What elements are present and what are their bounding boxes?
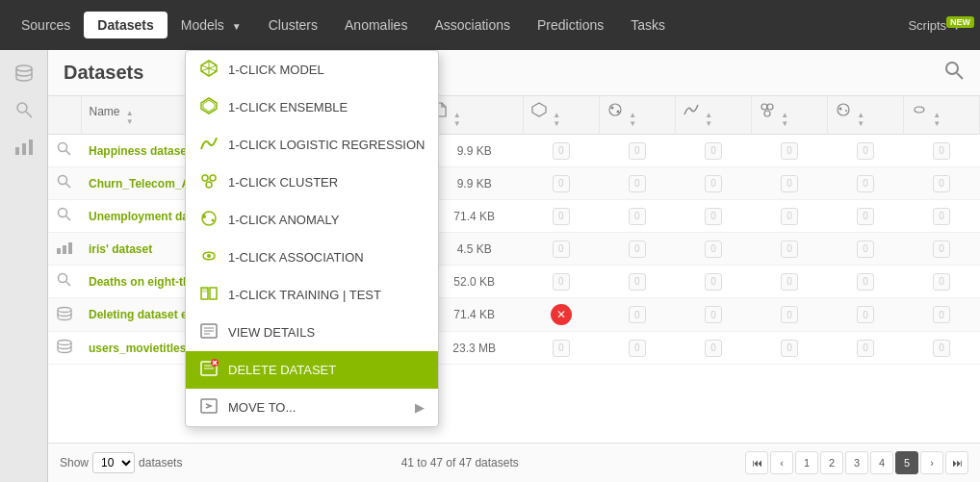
scripts-button[interactable]: Scripts ▼ NEW <box>898 13 972 38</box>
sort-icon: ▲▼ <box>453 111 461 128</box>
svg-rect-57 <box>68 242 72 254</box>
dataset-count-cell: 0 <box>751 266 827 298</box>
svg-rect-14 <box>210 288 217 299</box>
col-ensemble[interactable]: ▲▼ <box>599 96 675 135</box>
sort-icon: ▲▼ <box>705 111 712 128</box>
svg-point-40 <box>609 104 621 115</box>
svg-point-47 <box>838 108 841 111</box>
dataset-size: 52.0 KB <box>426 266 523 298</box>
dataset-count-cell: 0 <box>675 332 751 365</box>
nav-right: Scripts ▼ NEW <box>898 13 972 38</box>
count-box: 0 <box>781 208 798 225</box>
svg-point-11 <box>212 219 215 222</box>
count-box: 0 <box>553 175 570 192</box>
dataset-count-cell: 0 <box>523 135 599 167</box>
chevron-down-icon: ▼ <box>232 21 242 32</box>
page-1-button[interactable]: 1 <box>795 451 818 474</box>
sidebar-chart-icon[interactable] <box>7 131 41 162</box>
nav-tasks[interactable]: Tasks <box>617 12 679 38</box>
menu-item-one-click-anomaly[interactable]: 1-CLICK ANOMALY <box>186 201 438 239</box>
dataset-count-cell: 0 <box>827 332 903 365</box>
sidebar-search-icon[interactable] <box>7 94 41 125</box>
page-size-select[interactable]: 10 25 50 <box>92 452 135 473</box>
menu-item-one-click-ensemble[interactable]: 1-CLICK ENSEMBLE <box>186 89 438 126</box>
nav-datasets[interactable]: Datasets <box>84 12 167 38</box>
count-box: 0 <box>933 306 950 323</box>
menu-item-view-details[interactable]: VIEW DETAILS <box>186 314 438 351</box>
count-box: 0 <box>629 142 646 160</box>
count-box: 0 <box>781 340 798 357</box>
sort-icon: ▲▼ <box>781 111 788 128</box>
svg-line-54 <box>66 216 71 221</box>
datasets-count-label: datasets <box>139 456 182 469</box>
sort-icon: ▲▼ <box>933 111 941 128</box>
nav-predictions[interactable]: Predictions <box>524 12 617 38</box>
menu-item-move-to[interactable]: MOVE TO... ▶ <box>186 389 438 426</box>
row-type-icon <box>48 200 81 233</box>
svg-point-60 <box>58 307 71 312</box>
main-content: Datasets Name ▲▼ ▲▼ <box>0 50 980 482</box>
first-page-button[interactable]: ⏮ <box>745 451 768 474</box>
col-size[interactable]: ▲▼ <box>426 96 523 135</box>
nav-anomalies[interactable]: Anomalies <box>331 12 421 38</box>
col-anomaly[interactable]: ▲▼ <box>827 96 903 135</box>
dataset-count-cell: 0 <box>903 298 979 332</box>
dataset-count-cell: 0 <box>675 135 751 167</box>
one-click-cluster-icon <box>199 171 219 193</box>
svg-rect-15 <box>201 288 208 292</box>
count-box: 0 <box>629 175 646 192</box>
nav-sources[interactable]: Sources <box>8 12 84 38</box>
menu-item-one-click-cluster[interactable]: 1-CLICK CLUSTER <box>186 164 438 201</box>
col-logistic[interactable]: ▲▼ <box>675 96 751 135</box>
one-click-model-icon <box>199 59 219 81</box>
svg-point-28 <box>17 103 27 113</box>
dataset-count-cell: 0 <box>903 332 979 365</box>
sort-icon: ▲▼ <box>126 109 134 126</box>
last-page-button[interactable]: ⏭ <box>945 451 968 474</box>
nav-associations[interactable]: Associations <box>421 12 524 38</box>
sort-icon: ▲▼ <box>629 111 636 128</box>
count-box: 0 <box>629 208 646 225</box>
row-type-icon <box>48 266 81 298</box>
menu-item-one-click-training[interactable]: 1-CLICK TRAINING | TEST <box>186 276 438 314</box>
menu-item-one-click-association[interactable]: 1-CLICK ASSOCIATION <box>186 239 438 276</box>
sort-icon: ▲▼ <box>553 111 560 128</box>
count-box: 0 <box>553 340 570 357</box>
count-box: 0 <box>553 208 570 225</box>
col-models[interactable]: ▲▼ <box>523 96 599 135</box>
svg-point-42 <box>616 111 619 114</box>
sidebar-db-icon[interactable] <box>7 58 41 89</box>
page-2-button[interactable]: 2 <box>820 451 843 474</box>
col-assoc[interactable]: ▲▼ <box>903 96 979 135</box>
dataset-count-cell: 0 <box>903 200 979 233</box>
col-clusters[interactable]: ▲▼ <box>751 96 827 135</box>
page-5-button[interactable]: 5 <box>895 451 918 474</box>
prev-page-button[interactable]: ‹ <box>770 451 793 474</box>
menu-item-one-click-logistic[interactable]: 1-CLICK LOGISTIC REGRESSION <box>186 126 438 164</box>
row-type-icon <box>48 233 81 266</box>
page-4-button[interactable]: 4 <box>870 451 893 474</box>
count-box: 0 <box>933 208 950 225</box>
one-click-anomaly-icon <box>199 209 219 231</box>
dataset-size: 23.3 MB <box>426 332 523 365</box>
col-icon <box>48 96 81 135</box>
one-click-training-icon <box>199 284 219 306</box>
range-text: 41 to 47 of 47 datasets <box>401 456 519 469</box>
count-box: 0 <box>933 340 950 357</box>
menu-label: 1-CLICK ASSOCIATION <box>228 250 364 265</box>
page-3-button[interactable]: 3 <box>845 451 868 474</box>
nav-models[interactable]: Models ▼ <box>168 12 255 38</box>
count-box: 0 <box>553 142 570 160</box>
show-label: Show <box>60 456 89 469</box>
count-box: 0 <box>705 340 722 357</box>
count-box: 0 <box>705 175 722 192</box>
count-box: 0 <box>629 273 646 291</box>
dataset-count-cell: 0 <box>675 167 751 200</box>
menu-item-delete-dataset[interactable]: DELETE DATASET <box>186 351 438 389</box>
menu-item-one-click-model[interactable]: 1-CLICK MODEL <box>186 51 438 89</box>
next-page-button[interactable]: › <box>920 451 943 474</box>
nav-clusters[interactable]: Clusters <box>255 12 331 38</box>
delete-confirm-button[interactable]: ✕ <box>551 304 572 325</box>
search-button[interactable] <box>943 60 965 86</box>
svg-point-53 <box>59 209 67 217</box>
